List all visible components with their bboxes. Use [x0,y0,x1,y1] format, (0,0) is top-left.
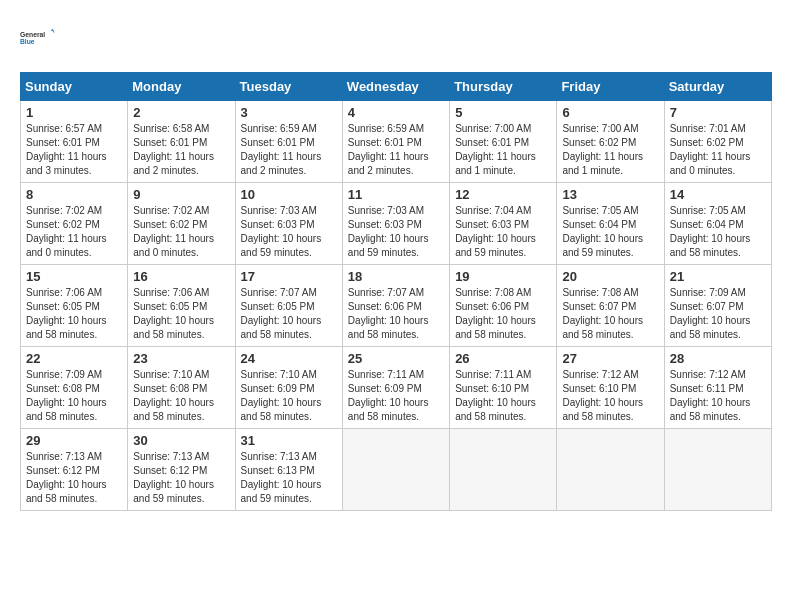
day-number: 27 [562,351,658,366]
day-cell: 7Sunrise: 7:01 AM Sunset: 6:02 PM Daylig… [664,101,771,183]
day-info: Sunrise: 7:04 AM Sunset: 6:03 PM Dayligh… [455,204,551,260]
day-info: Sunrise: 7:02 AM Sunset: 6:02 PM Dayligh… [26,204,122,260]
col-header-friday: Friday [557,73,664,101]
day-info: Sunrise: 6:58 AM Sunset: 6:01 PM Dayligh… [133,122,229,178]
day-cell [342,429,449,511]
col-header-tuesday: Tuesday [235,73,342,101]
day-number: 6 [562,105,658,120]
day-info: Sunrise: 7:08 AM Sunset: 6:06 PM Dayligh… [455,286,551,342]
day-cell: 6Sunrise: 7:00 AM Sunset: 6:02 PM Daylig… [557,101,664,183]
day-cell: 19Sunrise: 7:08 AM Sunset: 6:06 PM Dayli… [450,265,557,347]
day-cell: 30Sunrise: 7:13 AM Sunset: 6:12 PM Dayli… [128,429,235,511]
day-info: Sunrise: 7:00 AM Sunset: 6:01 PM Dayligh… [455,122,551,178]
day-info: Sunrise: 7:13 AM Sunset: 6:12 PM Dayligh… [133,450,229,506]
calendar-table: SundayMondayTuesdayWednesdayThursdayFrid… [20,72,772,511]
day-number: 15 [26,269,122,284]
day-info: Sunrise: 7:01 AM Sunset: 6:02 PM Dayligh… [670,122,766,178]
day-number: 3 [241,105,337,120]
day-number: 29 [26,433,122,448]
day-cell: 20Sunrise: 7:08 AM Sunset: 6:07 PM Dayli… [557,265,664,347]
day-info: Sunrise: 7:10 AM Sunset: 6:09 PM Dayligh… [241,368,337,424]
day-info: Sunrise: 7:05 AM Sunset: 6:04 PM Dayligh… [562,204,658,260]
col-header-monday: Monday [128,73,235,101]
day-number: 1 [26,105,122,120]
day-number: 12 [455,187,551,202]
svg-text:General: General [20,31,45,38]
day-number: 19 [455,269,551,284]
logo-icon: General Blue [20,20,56,56]
day-number: 8 [26,187,122,202]
day-number: 17 [241,269,337,284]
page-header: General Blue [20,20,772,56]
day-number: 9 [133,187,229,202]
day-cell: 3Sunrise: 6:59 AM Sunset: 6:01 PM Daylig… [235,101,342,183]
day-cell: 14Sunrise: 7:05 AM Sunset: 6:04 PM Dayli… [664,183,771,265]
week-row-4: 22Sunrise: 7:09 AM Sunset: 6:08 PM Dayli… [21,347,772,429]
day-info: Sunrise: 6:59 AM Sunset: 6:01 PM Dayligh… [241,122,337,178]
day-cell: 8Sunrise: 7:02 AM Sunset: 6:02 PM Daylig… [21,183,128,265]
day-cell: 22Sunrise: 7:09 AM Sunset: 6:08 PM Dayli… [21,347,128,429]
day-cell: 4Sunrise: 6:59 AM Sunset: 6:01 PM Daylig… [342,101,449,183]
day-cell: 2Sunrise: 6:58 AM Sunset: 6:01 PM Daylig… [128,101,235,183]
day-number: 14 [670,187,766,202]
day-number: 23 [133,351,229,366]
day-cell: 21Sunrise: 7:09 AM Sunset: 6:07 PM Dayli… [664,265,771,347]
day-cell: 27Sunrise: 7:12 AM Sunset: 6:10 PM Dayli… [557,347,664,429]
day-info: Sunrise: 7:05 AM Sunset: 6:04 PM Dayligh… [670,204,766,260]
day-info: Sunrise: 7:07 AM Sunset: 6:06 PM Dayligh… [348,286,444,342]
day-number: 26 [455,351,551,366]
day-number: 31 [241,433,337,448]
day-cell [557,429,664,511]
day-info: Sunrise: 6:57 AM Sunset: 6:01 PM Dayligh… [26,122,122,178]
day-cell: 28Sunrise: 7:12 AM Sunset: 6:11 PM Dayli… [664,347,771,429]
day-cell: 10Sunrise: 7:03 AM Sunset: 6:03 PM Dayli… [235,183,342,265]
day-number: 21 [670,269,766,284]
day-info: Sunrise: 7:08 AM Sunset: 6:07 PM Dayligh… [562,286,658,342]
day-cell: 5Sunrise: 7:00 AM Sunset: 6:01 PM Daylig… [450,101,557,183]
svg-text:Blue: Blue [20,38,35,45]
day-number: 20 [562,269,658,284]
week-row-3: 15Sunrise: 7:06 AM Sunset: 6:05 PM Dayli… [21,265,772,347]
col-header-sunday: Sunday [21,73,128,101]
week-row-5: 29Sunrise: 7:13 AM Sunset: 6:12 PM Dayli… [21,429,772,511]
day-number: 5 [455,105,551,120]
day-info: Sunrise: 7:11 AM Sunset: 6:09 PM Dayligh… [348,368,444,424]
day-cell: 13Sunrise: 7:05 AM Sunset: 6:04 PM Dayli… [557,183,664,265]
day-number: 2 [133,105,229,120]
day-info: Sunrise: 7:06 AM Sunset: 6:05 PM Dayligh… [26,286,122,342]
day-cell: 9Sunrise: 7:02 AM Sunset: 6:02 PM Daylig… [128,183,235,265]
day-cell: 15Sunrise: 7:06 AM Sunset: 6:05 PM Dayli… [21,265,128,347]
col-header-thursday: Thursday [450,73,557,101]
day-cell: 11Sunrise: 7:03 AM Sunset: 6:03 PM Dayli… [342,183,449,265]
logo: General Blue [20,20,56,56]
day-number: 4 [348,105,444,120]
day-info: Sunrise: 7:03 AM Sunset: 6:03 PM Dayligh… [241,204,337,260]
day-cell [664,429,771,511]
day-info: Sunrise: 7:13 AM Sunset: 6:13 PM Dayligh… [241,450,337,506]
day-cell: 26Sunrise: 7:11 AM Sunset: 6:10 PM Dayli… [450,347,557,429]
day-info: Sunrise: 7:09 AM Sunset: 6:08 PM Dayligh… [26,368,122,424]
day-info: Sunrise: 6:59 AM Sunset: 6:01 PM Dayligh… [348,122,444,178]
day-info: Sunrise: 7:10 AM Sunset: 6:08 PM Dayligh… [133,368,229,424]
day-cell [450,429,557,511]
day-info: Sunrise: 7:03 AM Sunset: 6:03 PM Dayligh… [348,204,444,260]
day-info: Sunrise: 7:07 AM Sunset: 6:05 PM Dayligh… [241,286,337,342]
day-cell: 29Sunrise: 7:13 AM Sunset: 6:12 PM Dayli… [21,429,128,511]
day-cell: 18Sunrise: 7:07 AM Sunset: 6:06 PM Dayli… [342,265,449,347]
day-number: 7 [670,105,766,120]
col-header-saturday: Saturday [664,73,771,101]
day-cell: 1Sunrise: 6:57 AM Sunset: 6:01 PM Daylig… [21,101,128,183]
svg-marker-2 [51,29,55,31]
day-info: Sunrise: 7:12 AM Sunset: 6:11 PM Dayligh… [670,368,766,424]
day-info: Sunrise: 7:06 AM Sunset: 6:05 PM Dayligh… [133,286,229,342]
day-info: Sunrise: 7:02 AM Sunset: 6:02 PM Dayligh… [133,204,229,260]
day-cell: 31Sunrise: 7:13 AM Sunset: 6:13 PM Dayli… [235,429,342,511]
svg-marker-3 [52,31,54,34]
day-cell: 17Sunrise: 7:07 AM Sunset: 6:05 PM Dayli… [235,265,342,347]
day-number: 11 [348,187,444,202]
col-header-wednesday: Wednesday [342,73,449,101]
day-info: Sunrise: 7:11 AM Sunset: 6:10 PM Dayligh… [455,368,551,424]
header-row: SundayMondayTuesdayWednesdayThursdayFrid… [21,73,772,101]
day-info: Sunrise: 7:00 AM Sunset: 6:02 PM Dayligh… [562,122,658,178]
day-info: Sunrise: 7:09 AM Sunset: 6:07 PM Dayligh… [670,286,766,342]
